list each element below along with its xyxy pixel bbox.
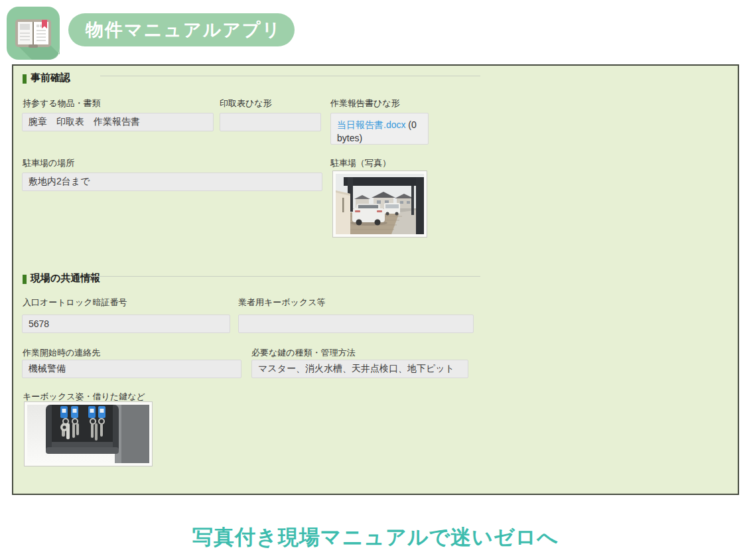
section-bullet bbox=[23, 74, 27, 84]
bring-items-input[interactable] bbox=[22, 113, 214, 131]
field-label-work-report-template: 作業報告書ひな形 bbox=[330, 98, 400, 109]
contractor-keybox-input[interactable] bbox=[238, 315, 474, 333]
open-book-icon bbox=[7, 7, 60, 60]
field-label-parking-photo: 駐車場（写真） bbox=[330, 157, 391, 169]
parking-location-input[interactable] bbox=[22, 173, 322, 191]
field-label-required-keys: 必要な鍵の種類・管理方法 bbox=[251, 347, 356, 359]
work-start-contact-input[interactable] bbox=[22, 360, 241, 378]
parking-photo[interactable] bbox=[332, 171, 427, 238]
required-keys-input[interactable] bbox=[251, 360, 468, 378]
field-label-parking-location: 駐車場の場所 bbox=[23, 157, 74, 169]
section-divider bbox=[91, 276, 480, 277]
section-divider bbox=[100, 76, 480, 76]
app-title-pill: 物件マニュアルアプリ bbox=[68, 13, 295, 46]
work-report-file-box: 当日報告書.docx (0 bytes) bbox=[330, 113, 429, 145]
manual-panel: 事前確認 持参する物品・書類 印取表ひな形 作業報告書ひな形 当日報告書.doc… bbox=[12, 64, 739, 495]
entrance-autolock-pin-input[interactable] bbox=[22, 315, 230, 333]
field-label-seal-sheet-template: 印取表ひな形 bbox=[220, 98, 272, 109]
keybox-photo[interactable] bbox=[24, 401, 153, 466]
work-report-file-link[interactable]: 当日報告書.docx bbox=[337, 119, 405, 130]
section-title-site-info: 現場の共通情報 bbox=[31, 272, 100, 285]
field-label-bring-items: 持参する物品・書類 bbox=[23, 98, 101, 109]
page: 物件マニュアルアプリ 事前確認 持参する物品・書類 印取表ひな形 作業報告書ひな… bbox=[0, 0, 751, 560]
section-bullet bbox=[23, 275, 27, 284]
tagline: 写真付き現場マニュアルで迷いゼロへ bbox=[0, 524, 751, 551]
field-label-contractor-keybox: 業者用キーボックス等 bbox=[238, 297, 326, 309]
section-title-precheck: 事前確認 bbox=[31, 72, 70, 84]
seal-sheet-template-input[interactable] bbox=[220, 113, 321, 131]
app-title: 物件マニュアルアプリ bbox=[86, 18, 281, 42]
field-label-work-start-contact: 作業開始時の連絡先 bbox=[23, 347, 100, 359]
field-label-entrance-autolock-pin: 入口オートロック暗証番号 bbox=[23, 297, 127, 309]
